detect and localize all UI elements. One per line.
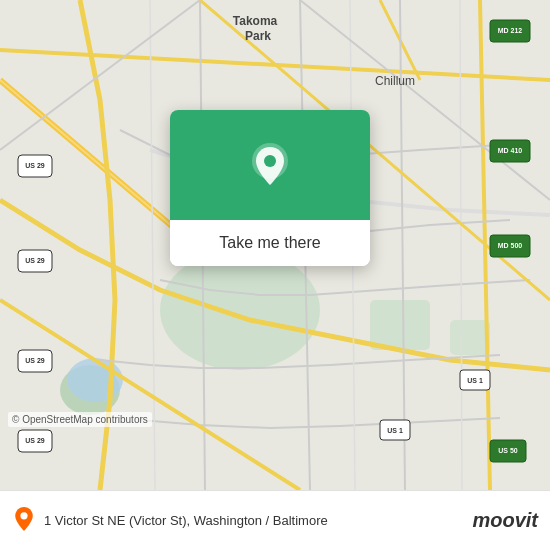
svg-point-1 <box>160 250 320 370</box>
location-pin-icon <box>246 141 294 189</box>
svg-rect-2 <box>370 300 430 350</box>
svg-text:Takoma: Takoma <box>233 14 278 28</box>
location-popup: Take me there <box>170 110 370 266</box>
svg-point-47 <box>20 512 27 519</box>
svg-text:US 1: US 1 <box>387 427 403 434</box>
svg-text:US 29: US 29 <box>25 257 45 264</box>
svg-text:Chillum: Chillum <box>375 74 415 88</box>
svg-text:MD 410: MD 410 <box>498 147 523 154</box>
svg-text:Park: Park <box>245 29 271 43</box>
location-address: 1 Victor St NE (Victor St), Washington /… <box>44 513 472 528</box>
bottom-bar: 1 Victor St NE (Victor St), Washington /… <box>0 490 550 550</box>
map-container: US 29 US 29 US 29 US 29 US 1 US 1 MD 212… <box>0 0 550 490</box>
svg-point-46 <box>264 155 276 167</box>
take-me-there-button[interactable]: Take me there <box>170 220 370 266</box>
svg-text:US 50: US 50 <box>498 447 518 454</box>
svg-text:MD 212: MD 212 <box>498 27 523 34</box>
svg-text:US 29: US 29 <box>25 162 45 169</box>
moovit-pin-icon <box>12 507 36 531</box>
moovit-logo: moovit <box>472 509 538 532</box>
popup-header <box>170 110 370 220</box>
osm-copyright: © OpenStreetMap contributors <box>8 412 152 427</box>
svg-text:MD 500: MD 500 <box>498 242 523 249</box>
moovit-pin-icon-container <box>12 507 36 535</box>
svg-point-5 <box>67 358 123 402</box>
moovit-brand-text: moovit <box>472 509 538 532</box>
svg-text:US 29: US 29 <box>25 437 45 444</box>
svg-text:US 1: US 1 <box>467 377 483 384</box>
svg-text:US 29: US 29 <box>25 357 45 364</box>
svg-rect-3 <box>450 320 490 355</box>
